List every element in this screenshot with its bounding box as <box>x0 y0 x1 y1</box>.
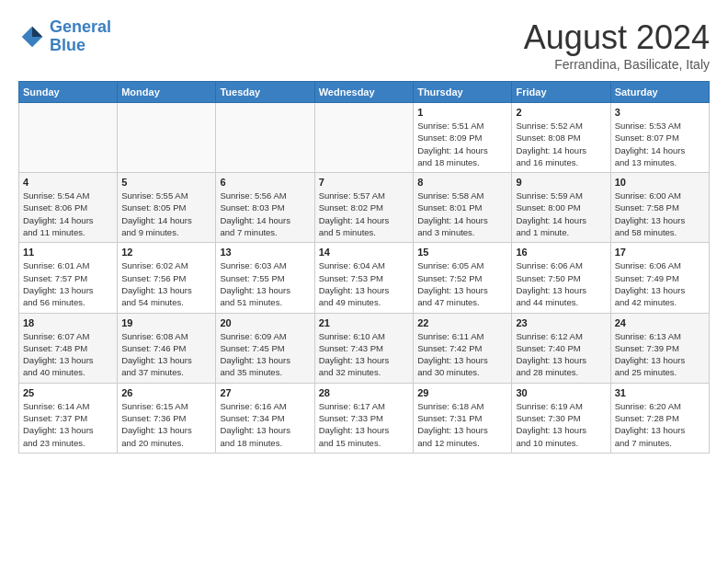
calendar-cell: 5Sunrise: 5:55 AM Sunset: 8:05 PM Daylig… <box>118 173 216 243</box>
calendar-cell: 10Sunrise: 6:00 AM Sunset: 7:58 PM Dayli… <box>610 173 709 243</box>
day-info: Sunrise: 6:06 AM Sunset: 7:49 PM Dayligh… <box>615 259 705 308</box>
svg-marker-1 <box>32 27 42 37</box>
day-info: Sunrise: 6:00 AM Sunset: 7:58 PM Dayligh… <box>615 190 705 238</box>
calendar-table: SundayMondayTuesdayWednesdayThursdayFrid… <box>18 81 710 454</box>
day-number: 2 <box>516 107 606 118</box>
day-info: Sunrise: 5:53 AM Sunset: 8:07 PM Dayligh… <box>615 120 705 168</box>
calendar-week-4: 18Sunrise: 6:07 AM Sunset: 7:48 PM Dayli… <box>19 313 710 383</box>
day-number: 19 <box>121 317 211 328</box>
calendar-cell: 15Sunrise: 6:05 AM Sunset: 7:52 PM Dayli… <box>414 243 512 313</box>
day-info: Sunrise: 6:11 AM Sunset: 7:42 PM Dayligh… <box>417 330 507 379</box>
day-info: Sunrise: 6:18 AM Sunset: 7:31 PM Dayligh… <box>417 400 507 449</box>
calendar-cell: 19Sunrise: 6:08 AM Sunset: 7:46 PM Dayli… <box>118 313 216 383</box>
calendar-cell: 28Sunrise: 6:17 AM Sunset: 7:33 PM Dayli… <box>314 383 413 453</box>
day-info: Sunrise: 6:03 AM Sunset: 7:55 PM Dayligh… <box>220 259 310 308</box>
day-number: 23 <box>516 317 606 328</box>
calendar-cell: 2Sunrise: 5:52 AM Sunset: 8:08 PM Daylig… <box>512 103 610 173</box>
day-info: Sunrise: 6:06 AM Sunset: 7:50 PM Dayligh… <box>516 259 606 308</box>
weekday-header-monday: Monday <box>118 82 216 103</box>
day-info: Sunrise: 6:13 AM Sunset: 7:39 PM Dayligh… <box>615 330 705 379</box>
calendar-cell: 25Sunrise: 6:14 AM Sunset: 7:37 PM Dayli… <box>19 383 118 453</box>
day-info: Sunrise: 5:56 AM Sunset: 8:03 PM Dayligh… <box>220 190 310 238</box>
day-number: 24 <box>615 317 705 328</box>
weekday-header-sunday: Sunday <box>19 82 118 103</box>
day-number: 3 <box>615 107 705 118</box>
day-info: Sunrise: 6:15 AM Sunset: 7:36 PM Dayligh… <box>121 400 211 449</box>
day-number: 22 <box>417 317 507 328</box>
day-number: 4 <box>23 177 113 188</box>
day-info: Sunrise: 6:17 AM Sunset: 7:33 PM Dayligh… <box>319 400 409 449</box>
day-number: 31 <box>615 387 705 398</box>
calendar-cell: 12Sunrise: 6:02 AM Sunset: 7:56 PM Dayli… <box>118 243 216 313</box>
day-number: 18 <box>23 317 113 328</box>
day-number: 28 <box>319 387 409 398</box>
day-number: 15 <box>417 247 507 258</box>
weekday-header-saturday: Saturday <box>610 82 709 103</box>
day-info: Sunrise: 5:55 AM Sunset: 8:05 PM Dayligh… <box>121 190 211 238</box>
day-number: 25 <box>23 387 113 398</box>
day-number: 20 <box>220 317 310 328</box>
calendar-cell: 13Sunrise: 6:03 AM Sunset: 7:55 PM Dayli… <box>216 243 314 313</box>
calendar-cell: 23Sunrise: 6:12 AM Sunset: 7:40 PM Dayli… <box>512 313 610 383</box>
calendar-week-1: 1Sunrise: 5:51 AM Sunset: 8:09 PM Daylig… <box>19 103 710 173</box>
calendar-cell: 27Sunrise: 6:16 AM Sunset: 7:34 PM Dayli… <box>216 383 314 453</box>
day-info: Sunrise: 6:19 AM Sunset: 7:30 PM Dayligh… <box>516 400 606 449</box>
day-info: Sunrise: 6:12 AM Sunset: 7:40 PM Dayligh… <box>516 330 606 379</box>
day-number: 26 <box>121 387 211 398</box>
day-number: 29 <box>417 387 507 398</box>
calendar-cell: 4Sunrise: 5:54 AM Sunset: 8:06 PM Daylig… <box>19 173 118 243</box>
weekday-header-wednesday: Wednesday <box>314 82 413 103</box>
weekday-header-thursday: Thursday <box>414 82 512 103</box>
month-title: August 2024 <box>524 18 710 57</box>
calendar-cell <box>314 103 413 173</box>
calendar-cell: 29Sunrise: 6:18 AM Sunset: 7:31 PM Dayli… <box>414 383 512 453</box>
logo-text: General Blue <box>50 18 111 55</box>
title-block: August 2024 Ferrandina, Basilicate, Ital… <box>524 18 710 72</box>
day-info: Sunrise: 6:08 AM Sunset: 7:46 PM Dayligh… <box>121 330 211 379</box>
day-number: 12 <box>121 247 211 258</box>
day-number: 16 <box>516 247 606 258</box>
day-number: 1 <box>417 107 507 118</box>
day-info: Sunrise: 5:54 AM Sunset: 8:06 PM Dayligh… <box>23 190 113 238</box>
calendar-cell: 18Sunrise: 6:07 AM Sunset: 7:48 PM Dayli… <box>19 313 118 383</box>
day-number: 6 <box>220 177 310 188</box>
day-number: 11 <box>23 247 113 258</box>
calendar-cell: 26Sunrise: 6:15 AM Sunset: 7:36 PM Dayli… <box>118 383 216 453</box>
calendar-cell: 16Sunrise: 6:06 AM Sunset: 7:50 PM Dayli… <box>512 243 610 313</box>
calendar-cell: 31Sunrise: 6:20 AM Sunset: 7:28 PM Dayli… <box>610 383 709 453</box>
calendar-week-5: 25Sunrise: 6:14 AM Sunset: 7:37 PM Dayli… <box>19 383 710 453</box>
day-info: Sunrise: 6:20 AM Sunset: 7:28 PM Dayligh… <box>615 400 705 449</box>
day-number: 8 <box>417 177 507 188</box>
calendar-cell: 24Sunrise: 6:13 AM Sunset: 7:39 PM Dayli… <box>610 313 709 383</box>
day-info: Sunrise: 5:59 AM Sunset: 8:00 PM Dayligh… <box>516 190 606 238</box>
weekday-header-friday: Friday <box>512 82 610 103</box>
calendar-cell: 7Sunrise: 5:57 AM Sunset: 8:02 PM Daylig… <box>314 173 413 243</box>
day-info: Sunrise: 6:10 AM Sunset: 7:43 PM Dayligh… <box>319 330 409 379</box>
calendar-week-3: 11Sunrise: 6:01 AM Sunset: 7:57 PM Dayli… <box>19 243 710 313</box>
day-info: Sunrise: 6:01 AM Sunset: 7:57 PM Dayligh… <box>23 259 113 308</box>
day-number: 5 <box>121 177 211 188</box>
calendar-cell: 21Sunrise: 6:10 AM Sunset: 7:43 PM Dayli… <box>314 313 413 383</box>
weekday-header-row: SundayMondayTuesdayWednesdayThursdayFrid… <box>19 82 710 103</box>
day-info: Sunrise: 6:07 AM Sunset: 7:48 PM Dayligh… <box>23 330 113 379</box>
day-number: 10 <box>615 177 705 188</box>
weekday-header-tuesday: Tuesday <box>216 82 314 103</box>
calendar-cell: 1Sunrise: 5:51 AM Sunset: 8:09 PM Daylig… <box>414 103 512 173</box>
day-info: Sunrise: 6:02 AM Sunset: 7:56 PM Dayligh… <box>121 259 211 308</box>
day-number: 14 <box>319 247 409 258</box>
day-number: 27 <box>220 387 310 398</box>
calendar-cell: 9Sunrise: 5:59 AM Sunset: 8:00 PM Daylig… <box>512 173 610 243</box>
calendar-cell: 14Sunrise: 6:04 AM Sunset: 7:53 PM Dayli… <box>314 243 413 313</box>
calendar-cell <box>19 103 118 173</box>
calendar-week-2: 4Sunrise: 5:54 AM Sunset: 8:06 PM Daylig… <box>19 173 710 243</box>
logo: General Blue <box>18 18 111 55</box>
day-info: Sunrise: 6:09 AM Sunset: 7:45 PM Dayligh… <box>220 330 310 379</box>
day-number: 13 <box>220 247 310 258</box>
day-info: Sunrise: 5:52 AM Sunset: 8:08 PM Dayligh… <box>516 120 606 168</box>
location-subtitle: Ferrandina, Basilicate, Italy <box>524 57 710 72</box>
calendar-cell: 22Sunrise: 6:11 AM Sunset: 7:42 PM Dayli… <box>414 313 512 383</box>
day-info: Sunrise: 6:05 AM Sunset: 7:52 PM Dayligh… <box>417 259 507 308</box>
page-header: General Blue August 2024 Ferrandina, Bas… <box>18 18 710 72</box>
day-number: 7 <box>319 177 409 188</box>
day-info: Sunrise: 5:51 AM Sunset: 8:09 PM Dayligh… <box>417 120 507 168</box>
